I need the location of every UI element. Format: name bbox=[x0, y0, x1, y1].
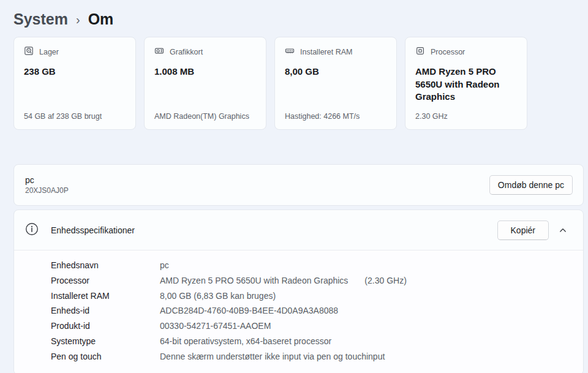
spec-label: Systemtype bbox=[51, 334, 160, 349]
spec-row-installed-ram: Installeret RAM 8,00 GB (6,83 GB kan bru… bbox=[51, 288, 573, 304]
spec-value: ADCB284D-4760-40B9-B4EE-4D0A9A3A8088 bbox=[160, 303, 338, 318]
ram-card-label: Installeret RAM bbox=[300, 48, 352, 56]
device-model: 20XJS0AJ0P bbox=[25, 186, 69, 195]
processor-card-caption: 2.30 GHz bbox=[415, 112, 517, 121]
storage-card-label: Lager bbox=[39, 48, 59, 56]
spec-label: Pen og touch bbox=[51, 349, 160, 364]
spec-label: Enheds-id bbox=[51, 303, 160, 318]
spec-value-extra: (2.30 GHz) bbox=[364, 273, 406, 288]
device-names: pc 20XJS0AJ0P bbox=[25, 175, 69, 195]
spec-row-product-id: Produkt-id 00330-54271-67451-AAOEM bbox=[51, 318, 573, 334]
breadcrumb: System › Om bbox=[13, 6, 588, 32]
device-specifications-title: Enhedsspecifikationer bbox=[51, 225, 135, 235]
ram-icon bbox=[285, 46, 295, 58]
spec-value: 64-bit operativsystem, x64-baseret proce… bbox=[160, 334, 331, 349]
ram-card-value: 8,00 GB bbox=[285, 66, 386, 78]
chevron-right-icon: › bbox=[76, 12, 80, 27]
spec-value: pc bbox=[160, 258, 169, 273]
storage-card: Lager 238 GB 54 GB af 238 GB brugt bbox=[13, 37, 136, 130]
gpu-card: Grafikkort 1.008 MB AMD Radeon(TM) Graph… bbox=[144, 37, 266, 130]
gpu-card-label: Grafikkort bbox=[170, 48, 203, 56]
spec-label: Produkt-id bbox=[51, 318, 160, 334]
spec-row-pen-touch: Pen og touch Denne skærm understøtter ik… bbox=[51, 349, 573, 364]
storage-card-caption: 54 GB af 238 GB brugt bbox=[24, 112, 126, 121]
gpu-icon bbox=[154, 46, 164, 58]
spec-row-system-type: Systemtype 64-bit operativsystem, x64-ba… bbox=[51, 334, 573, 349]
settings-about-page: System › Om Lager 238 GB 54 GB af 238 GB… bbox=[0, 0, 588, 373]
ram-card-header: Installeret RAM bbox=[285, 46, 386, 58]
ram-card-caption: Hastighed: 4266 MT/s bbox=[285, 112, 386, 121]
spec-label: Processor bbox=[51, 273, 160, 288]
spec-value: 8,00 GB (6,83 GB kan bruges) bbox=[160, 288, 276, 304]
gpu-card-header: Grafikkort bbox=[154, 46, 256, 58]
storage-card-header: Lager bbox=[24, 46, 126, 58]
processor-card-header: Processor bbox=[415, 46, 517, 58]
page-title: Om bbox=[88, 10, 114, 28]
spec-label: Enhedsnavn bbox=[51, 258, 160, 273]
cpu-icon bbox=[415, 46, 425, 58]
spec-row-device-id: Enheds-id ADCB284D-4760-40B9-B4EE-4D0A9A… bbox=[51, 303, 573, 318]
info-icon bbox=[25, 222, 39, 238]
processor-card: Processor AMD Ryzen 5 PRO 5650U with Rad… bbox=[405, 37, 527, 130]
processor-card-label: Processor bbox=[431, 48, 465, 56]
gpu-card-value: 1.008 MB bbox=[154, 66, 256, 78]
copy-button[interactable]: Kopiér bbox=[497, 220, 549, 240]
spec-label: Installeret RAM bbox=[51, 288, 160, 304]
spec-value: 00330-54271-67451-AAOEM bbox=[160, 318, 271, 334]
device-specifications-card: Enhedsspecifikationer Kopiér Enhedsnavn … bbox=[13, 209, 584, 373]
summary-cards-row: Lager 238 GB 54 GB af 238 GB brugt Grafi… bbox=[13, 37, 588, 130]
device-name-card: pc 20XJS0AJ0P Omdøb denne pc bbox=[13, 164, 584, 206]
device-name: pc bbox=[25, 175, 69, 185]
device-specifications-body: Enhedsnavn pc Processor AMD Ryzen 5 PRO … bbox=[14, 250, 583, 373]
storage-card-value: 238 GB bbox=[24, 66, 126, 78]
ram-card: Installeret RAM 8,00 GB Hastighed: 4266 … bbox=[274, 37, 397, 130]
rename-pc-button[interactable]: Omdøb denne pc bbox=[489, 175, 573, 195]
breadcrumb-system-link[interactable]: System bbox=[13, 10, 68, 28]
device-specifications-header[interactable]: Enhedsspecifikationer Kopiér bbox=[14, 210, 583, 250]
storage-icon bbox=[24, 46, 34, 58]
spec-row-device-name: Enhedsnavn pc bbox=[51, 258, 573, 273]
spec-row-processor: Processor AMD Ryzen 5 PRO 5650U with Rad… bbox=[51, 273, 573, 288]
spec-value: Denne skærm understøtter ikke input via … bbox=[160, 349, 385, 364]
chevron-up-icon[interactable] bbox=[552, 221, 573, 239]
gpu-card-caption: AMD Radeon(TM) Graphics bbox=[154, 112, 256, 121]
spec-value: AMD Ryzen 5 PRO 5650U with Radeon Graphi… bbox=[160, 273, 348, 288]
processor-card-value: AMD Ryzen 5 PRO 5650U with Radeon Graphi… bbox=[415, 66, 517, 104]
